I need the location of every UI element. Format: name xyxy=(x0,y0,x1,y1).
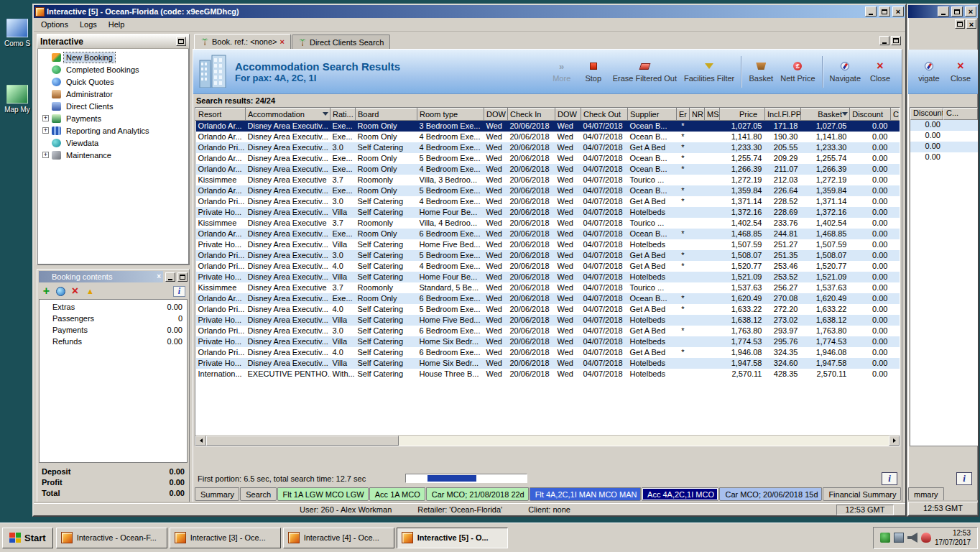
table-row[interactable]: Orlando Pri...Disney Area Executiv...3.0… xyxy=(196,142,901,153)
bottom-tab-car-mco-21-08-2018-22d[interactable]: Car MCO; 21/08/2018 22d xyxy=(426,487,529,501)
sidebar-item-viewdata[interactable]: Viewdata xyxy=(38,137,188,149)
background-window-titlebar[interactable]: × xyxy=(908,5,978,18)
expander-icon[interactable]: + xyxy=(42,127,49,134)
restore-button[interactable] xyxy=(951,6,963,17)
minimize-child-button[interactable] xyxy=(879,36,889,45)
table-row[interactable]: KissimmeeDisney Area Executive3.7Roomonl… xyxy=(196,175,901,185)
column-header-c[interactable]: C... xyxy=(943,108,978,120)
globe2-icon[interactable] xyxy=(56,287,65,296)
bottom-tab-flt-1a-lgw-mco-lgw[interactable]: Flt 1A LGW MCO LGW xyxy=(277,487,369,501)
shield-icon[interactable] xyxy=(921,533,931,543)
funnel-icon[interactable] xyxy=(323,112,328,116)
restore-child-button[interactable] xyxy=(891,36,901,45)
column-header-er[interactable]: Er xyxy=(677,109,690,121)
table-row[interactable]: Orlando Pri...Disney Area Executiv...3.0… xyxy=(196,196,901,207)
sidebar-item-completed-bookings[interactable]: Completed Bookings xyxy=(38,63,188,75)
column-header-resort[interactable]: Resort xyxy=(196,109,246,121)
close-button[interactable]: × xyxy=(892,6,904,17)
table-row[interactable]: Orlando Ar...Disney Area Executiv...Exe.… xyxy=(196,121,901,132)
sidebar-item-quick-quotes[interactable]: Quick Quotes xyxy=(38,75,188,88)
start-button[interactable]: Start xyxy=(2,528,53,548)
sidebar-item-new-booking[interactable]: New Booking xyxy=(38,51,188,63)
close-button[interactable]: Close xyxy=(864,52,896,92)
table-row[interactable]: Orlando Ar...Disney Area Executiv...Exe.… xyxy=(196,185,901,196)
desktop-icon-como-s[interactable]: Como S xyxy=(1,19,34,47)
table-row[interactable]: Orlando Pri...Disney Area Executiv...4.0… xyxy=(196,347,901,358)
taskbar-item-interactive-ocean-f[interactable]: Interactive - Ocean-F... xyxy=(56,528,167,548)
bottom-tab-fragment[interactable]: mmary xyxy=(908,487,944,501)
tab-book-ref-none[interactable]: Book. ref.: <none>× xyxy=(194,34,291,49)
volume-icon[interactable] xyxy=(907,533,917,543)
close-panel-icon[interactable]: × xyxy=(157,273,161,280)
column-header-dow[interactable]: DOW xyxy=(555,109,581,121)
restore-child-button[interactable] xyxy=(955,19,965,29)
menu-logs[interactable]: Logs xyxy=(74,19,103,30)
column-header-basket[interactable]: Basket xyxy=(801,109,850,121)
table-row[interactable]: Private Ho...Disney Area Executiv...Vill… xyxy=(196,239,901,250)
column-header-check-in[interactable]: Check In xyxy=(508,109,555,121)
column-header-nr[interactable]: NR xyxy=(690,109,705,121)
minimize-button[interactable] xyxy=(938,6,949,17)
bottom-tab-acc-4a-2c-1i-mco[interactable]: Acc 4A,2C,1I MCO xyxy=(642,487,718,501)
table-row[interactable]: Orlando Ar...Disney Area Executiv...Exe.… xyxy=(196,293,901,304)
column-header-c[interactable]: C xyxy=(891,109,901,121)
column-header-dow[interactable]: DOW xyxy=(484,109,508,121)
table-row[interactable]: KissimmeeDisney Area Executive3.7Roomonl… xyxy=(196,218,901,229)
table-row[interactable]: Orlando Pri...Disney Area Executiv...3.0… xyxy=(196,326,901,336)
column-header-rati[interactable]: Rati... xyxy=(330,109,356,121)
table-row[interactable]: Internation...EXECUTIVE PENTHO...With...… xyxy=(196,369,901,380)
column-header-check-out[interactable]: Check Out xyxy=(581,109,628,121)
up-icon[interactable] xyxy=(85,286,96,297)
basket-button[interactable]: Basket xyxy=(745,52,777,92)
table-row[interactable]: Orlando Pri...Disney Area Executiv...4.0… xyxy=(196,304,901,315)
menu-help[interactable]: Help xyxy=(103,19,131,30)
column-header-room-type[interactable]: Room type xyxy=(417,109,484,121)
bottom-tab-acc-1a-mco[interactable]: Acc 1A MCO xyxy=(369,487,425,501)
table-row[interactable]: Orlando Ar...Disney Area Executiv...Exe.… xyxy=(196,229,901,239)
horizontal-scrollbar[interactable] xyxy=(195,435,900,446)
bottom-tab-summary[interactable]: Summary xyxy=(195,487,239,501)
bottom-tab-financial-summary[interactable]: Financial Summary xyxy=(823,487,901,501)
erase-filtered-out-button[interactable]: Erase Filtered Out xyxy=(609,52,680,92)
main-window[interactable]: Interactive [5] - Ocean-Florida (code: x… xyxy=(32,4,907,517)
close-tab-icon[interactable]: × xyxy=(280,38,285,45)
table-row[interactable]: Orlando Ar...Disney Area Executiv...Exe.… xyxy=(196,164,901,175)
tab-direct-clients-search[interactable]: Direct Clients Search xyxy=(292,34,390,49)
column-header-incl-fl-pp[interactable]: Incl.Fl.PP xyxy=(765,109,801,121)
stop-button[interactable]: Stop xyxy=(578,52,609,92)
navigate-button[interactable]: Navigate xyxy=(826,52,864,92)
minimize-button[interactable] xyxy=(865,6,877,17)
table-row[interactable]: Orlando Ar...Disney Area Executiv...Exe.… xyxy=(196,132,901,142)
display-icon[interactable] xyxy=(894,533,904,543)
facilities-filter-button[interactable]: Facilities Filter xyxy=(680,52,738,92)
restore-panel-button[interactable] xyxy=(177,272,188,282)
bottom-tab-search[interactable]: Search xyxy=(240,487,276,501)
more-button[interactable]: More xyxy=(546,52,578,92)
column-header-price[interactable]: Price xyxy=(720,109,765,121)
sidebar-item-administrator[interactable]: Administrator xyxy=(38,88,188,100)
table-row[interactable]: Private Ho...Disney Area Executiv...Vill… xyxy=(196,336,901,347)
scroll-right-button[interactable] xyxy=(889,436,900,446)
sidebar-item-direct-clients[interactable]: Direct Clients xyxy=(38,100,188,112)
table-row[interactable]: Orlando Ar...Disney Area Executiv...Exe.… xyxy=(196,153,901,164)
column-header-accommodation[interactable]: Accommodation xyxy=(246,109,330,121)
table-row[interactable]: Orlando Pri...Disney Area Executiv...4.0… xyxy=(196,261,901,272)
close-button[interactable]: × xyxy=(965,6,976,17)
booking-titlebar[interactable]: Booking contents × xyxy=(39,271,163,282)
desktop-icon-map-my[interactable]: Map My xyxy=(1,85,34,114)
info-button[interactable]: i xyxy=(173,286,185,297)
column-header-discount[interactable]: Discount xyxy=(910,108,943,120)
tree-icon[interactable] xyxy=(880,533,890,543)
column-header-supplier[interactable]: Supplier xyxy=(628,109,677,121)
info-button[interactable]: i xyxy=(956,472,972,485)
menu-options[interactable]: Options xyxy=(35,19,74,30)
taskbar-item-interactive-5-o[interactable]: Interactive [5] - O... xyxy=(397,528,508,548)
close-child-button[interactable]: × xyxy=(966,19,976,29)
table-row[interactable]: Private Ho...Disney Area Executiv...Vill… xyxy=(196,315,901,326)
info-button[interactable]: i xyxy=(882,472,897,485)
table-row[interactable]: KissimmeeDisney Area Executive3.7Roomonl… xyxy=(196,282,901,293)
scrollbar-track[interactable] xyxy=(206,436,889,446)
add-icon[interactable] xyxy=(41,286,52,297)
sidebar-item-payments[interactable]: +Payments xyxy=(38,112,188,124)
sidebar-item-maintenance[interactable]: +Maintenance xyxy=(38,149,188,161)
